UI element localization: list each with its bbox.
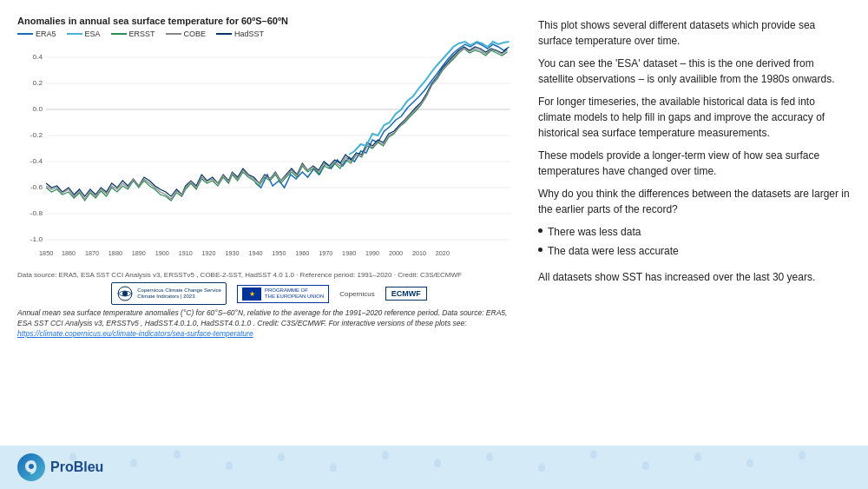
era5-line-icon — [17, 33, 33, 35]
svg-text:1920: 1920 — [202, 250, 216, 257]
svg-text:1970: 1970 — [319, 250, 332, 257]
bullet-dot-1 — [538, 228, 542, 233]
right-panel: This plot shows several different datase… — [538, 16, 851, 437]
bullet-item-2: The data were less accurate — [538, 243, 851, 259]
drop-decoration — [278, 453, 285, 461]
bullet-text-2: The data were less accurate — [548, 243, 679, 259]
svg-text:1960: 1960 — [295, 250, 309, 257]
drop-decoration — [174, 450, 181, 459]
copernicus-text: Copernicus Climate Change ServiceClimate… — [137, 287, 221, 300]
legend-era5-label: ERA5 — [36, 30, 56, 38]
legend-cobe: COBE — [166, 30, 207, 38]
drop-decoration — [226, 461, 233, 470]
copernicus-logo: Copernicus Climate Change ServiceClimate… — [111, 282, 227, 305]
drop-decoration — [330, 463, 337, 472]
probleu-icon — [23, 459, 40, 476]
drop-decoration — [694, 453, 701, 461]
legend-ersst: ERSST — [111, 30, 155, 38]
chart-title: Anomalies in annual sea surface temperat… — [17, 16, 521, 26]
cobe-line-icon — [166, 33, 181, 35]
chart-container: Anomalies in annual sea surface temperat… — [17, 16, 521, 437]
svg-text:1990: 1990 — [365, 250, 379, 257]
left-panel: Anomalies in annual sea surface temperat… — [17, 16, 521, 437]
probleu-brand-text: ProBleu — [50, 459, 103, 475]
caption-text: Annual mean sea surface temperature anom… — [17, 308, 507, 327]
svg-text:1900: 1900 — [155, 250, 169, 257]
logos-row: Copernicus Climate Change ServiceClimate… — [17, 282, 521, 305]
drop-decoration — [642, 461, 649, 470]
ersst-line-icon — [111, 33, 127, 35]
svg-text:-0.6: -0.6 — [30, 183, 43, 191]
hadsst-line-icon — [216, 33, 232, 35]
svg-text:1860: 1860 — [62, 250, 76, 257]
chart-datasource: Data source: ERA5, ESA SST CCI Analysis … — [17, 271, 521, 279]
right-para2: You can see the 'ESA' dataset – this is … — [538, 56, 851, 87]
eu-logo: ★ PROGRAMME OFTHE EUROPEAN UNION — [237, 285, 329, 303]
legend-hadsst: HadSST — [216, 30, 264, 38]
drop-decoration — [746, 459, 753, 467]
svg-text:0.2: 0.2 — [33, 79, 43, 87]
copernicus-icon — [116, 285, 134, 302]
svg-text:-0.8: -0.8 — [30, 209, 43, 217]
drop-decoration — [799, 451, 806, 459]
bullet-item-1: There was less data — [538, 224, 851, 240]
svg-text:2020: 2020 — [436, 250, 450, 257]
footer-drops — [0, 446, 868, 489]
chart-svg: 0.4 0.2 0.0 -0.2 -0.4 -0.6 -0.8 -1.0 185… — [17, 40, 521, 266]
svg-text:0.4: 0.4 — [33, 53, 43, 61]
ecmwf-text: ECMWF — [391, 289, 421, 298]
svg-text:1850: 1850 — [39, 250, 53, 257]
svg-text:-1.0: -1.0 — [30, 235, 43, 243]
legend-hadsst-label: HadSST — [234, 30, 264, 38]
right-para3: For longer timeseries, the available his… — [538, 94, 851, 141]
svg-text:1940: 1940 — [248, 250, 262, 257]
chart-legend: ERA5 ESA ERSST COBE HadSST — [17, 30, 521, 38]
right-para5: Why do you think the differences between… — [538, 186, 851, 217]
svg-text:1890: 1890 — [132, 250, 146, 257]
svg-text:1930: 1930 — [225, 250, 239, 257]
svg-text:-0.4: -0.4 — [30, 157, 43, 165]
legend-cobe-label: COBE — [184, 30, 207, 38]
bullet-dot-2 — [538, 248, 542, 252]
svg-text:-0.2: -0.2 — [30, 131, 43, 139]
right-para6: All datasets show SST has increased over… — [538, 269, 851, 285]
drop-decoration — [382, 451, 389, 459]
svg-text:1870: 1870 — [85, 250, 99, 257]
legend-ersst-label: ERSST — [129, 30, 155, 38]
copernicus-brand-text: Copernicus — [339, 290, 374, 298]
drop-decoration — [590, 450, 597, 459]
drop-decoration — [486, 453, 493, 461]
legend-era5: ERA5 — [17, 30, 56, 38]
esa-line-icon — [67, 33, 82, 35]
svg-text:1950: 1950 — [272, 250, 286, 257]
eu-text: PROGRAMME OFTHE EUROPEAN UNION — [265, 287, 324, 300]
bullet-text-1: There was less data — [548, 224, 641, 240]
svg-text:2000: 2000 — [389, 250, 403, 257]
drop-decoration — [130, 459, 137, 467]
svg-text:1880: 1880 — [108, 250, 122, 257]
legend-esa: ESA — [67, 30, 101, 38]
right-para4: These models provide a longer-term view … — [538, 148, 851, 179]
logo-circle — [17, 453, 45, 481]
drop-decoration — [434, 459, 441, 467]
probleu-logo: ProBleu — [17, 453, 103, 481]
svg-text:★: ★ — [248, 290, 254, 298]
bullet-list: There was less data The data were less a… — [538, 224, 851, 262]
ecmwf-logo: ECMWF — [385, 287, 427, 301]
svg-text:0.0: 0.0 — [33, 105, 43, 113]
svg-text:1910: 1910 — [179, 250, 193, 257]
drop-decoration — [538, 463, 545, 472]
svg-point-35 — [122, 291, 128, 296]
footer-bar: ProBleu — [0, 446, 868, 489]
legend-esa-label: ESA — [85, 30, 101, 38]
svg-text:1980: 1980 — [342, 250, 356, 257]
svg-text:2010: 2010 — [412, 250, 426, 257]
chart-caption: Annual mean sea surface temperature anom… — [17, 308, 521, 340]
right-para1: This plot shows several different datase… — [538, 17, 851, 49]
eu-flag-icon: ★ — [242, 287, 261, 301]
caption-link[interactable]: https://climate.copernicus.eu/climate-in… — [17, 329, 253, 338]
